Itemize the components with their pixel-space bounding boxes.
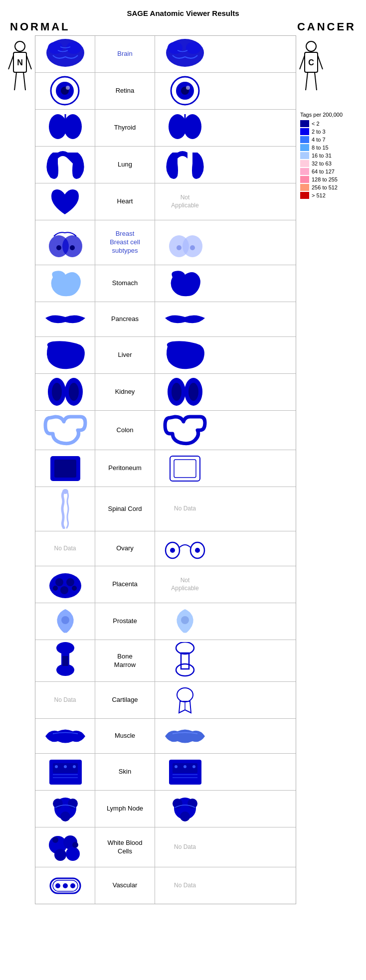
svg-point-12 [186, 42, 201, 54]
normal-cell[interactable] [35, 450, 95, 487]
cancer-cell[interactable] [155, 531, 215, 566]
organ-label[interactable]: Ovary [116, 544, 134, 553]
organ-label[interactable]: Spinal Cord [108, 505, 142, 513]
normal-cell[interactable]: No Data [35, 682, 95, 718]
organ-label[interactable]: Stomach [112, 279, 138, 288]
svg-rect-23 [60, 123, 70, 127]
cancer-cell[interactable] [155, 302, 215, 336]
table-row: Muscle [35, 719, 296, 754]
organ-label[interactable]: Peritoneum [108, 464, 141, 473]
cancer-cell[interactable] [155, 450, 215, 487]
cancer-cell[interactable] [155, 411, 215, 450]
organ-label[interactable]: Prostate [113, 617, 137, 626]
label-cell: Placenta [95, 566, 155, 603]
cancer-cell[interactable] [155, 754, 215, 790]
cancer-cell[interactable]: NotApplicable [155, 183, 215, 220]
liver-cancer-icon [163, 339, 207, 371]
cancer-cell[interactable]: NotApplicable [155, 566, 215, 603]
organ-label[interactable]: Breast Breast cell subtypes [110, 230, 140, 255]
svg-point-88 [60, 812, 70, 821]
normal-cell[interactable] [35, 791, 95, 827]
svg-point-90 [173, 799, 183, 809]
cancer-cell[interactable]: No Data [155, 867, 215, 904]
cancer-cell[interactable]: No Data [155, 827, 215, 867]
normal-cell[interactable] [35, 265, 95, 302]
normal-cell[interactable] [35, 566, 95, 603]
cancer-cell[interactable] [155, 640, 215, 681]
organ-label[interactable]: White Blood Cells [107, 839, 142, 856]
organ-label[interactable]: Kidney [115, 388, 135, 396]
normal-cell[interactable] [35, 603, 95, 640]
svg-point-77 [73, 765, 76, 768]
organ-label[interactable]: Retina [116, 87, 135, 95]
normal-cell[interactable] [35, 36, 95, 72]
table-row: Thyroid [35, 110, 296, 147]
normal-cell[interactable] [35, 827, 95, 867]
organ-label[interactable]: Brain [117, 50, 132, 58]
cartilage-cancer-icon [170, 684, 200, 716]
organ-label[interactable]: Liver [118, 351, 132, 359]
cancer-cell[interactable] [155, 265, 215, 302]
legend-color-swatch [300, 152, 309, 159]
cancer-cell[interactable] [155, 110, 215, 146]
cancer-cell[interactable] [155, 337, 215, 373]
organ-label[interactable]: Colon [117, 426, 134, 435]
cancer-cell[interactable] [155, 374, 215, 410]
normal-cell[interactable] [35, 411, 95, 450]
organ-label[interactable]: Muscle [115, 732, 135, 740]
normal-cell[interactable]: No Data [35, 531, 95, 566]
organ-label[interactable]: Skin [119, 768, 131, 776]
normal-cell[interactable] [35, 640, 95, 681]
normal-cell[interactable] [35, 183, 95, 220]
cancer-cell[interactable] [155, 603, 215, 640]
thyroid-cancer-icon [165, 112, 205, 144]
normal-cell[interactable] [35, 374, 95, 410]
cancer-cell[interactable]: No Data [155, 487, 215, 531]
organ-label[interactable]: Pancreas [111, 315, 139, 324]
cancer-cell[interactable] [155, 147, 215, 183]
organ-label[interactable]: Lung [118, 161, 132, 169]
cancer-cell[interactable] [155, 220, 215, 265]
organ-label[interactable]: Placenta [112, 580, 138, 589]
organ-label[interactable]: Thyroid [114, 124, 136, 132]
label-cell: Ovary [95, 531, 155, 566]
cancer-cell[interactable] [155, 682, 215, 718]
organ-label[interactable]: Lymph Node [107, 805, 143, 813]
normal-cell[interactable] [35, 867, 95, 904]
normal-cell[interactable] [35, 110, 95, 146]
legend-item: 2 to 3 [300, 128, 357, 135]
table-row: Brain [35, 36, 296, 73]
organ-label[interactable]: Vascular [113, 881, 138, 890]
normal-cell[interactable] [35, 147, 95, 183]
organ-label[interactable]: Heart [117, 197, 133, 206]
cancer-cell[interactable] [155, 36, 215, 72]
svg-point-53 [195, 548, 200, 553]
table-row: No Data Ovary [35, 531, 296, 566]
prostate-cancer-icon [170, 605, 200, 638]
svg-point-32 [70, 245, 75, 250]
normal-cell[interactable] [35, 487, 95, 531]
cancer-cell[interactable] [155, 73, 215, 109]
liver-normal-icon [43, 339, 88, 371]
svg-point-96 [54, 849, 66, 861]
svg-point-58 [53, 586, 58, 591]
legend-item: 64 to 127 [300, 168, 357, 175]
svg-point-101 [63, 883, 68, 888]
normal-cell[interactable] [35, 754, 95, 790]
organ-label[interactable]: Cartilage [112, 696, 138, 704]
svg-point-40 [69, 383, 79, 401]
normal-cell[interactable] [35, 719, 95, 753]
organ-label[interactable]: Bone Marrow [114, 653, 136, 669]
svg-point-95 [66, 847, 80, 861]
normal-cell[interactable] [35, 73, 95, 109]
legend-color-swatch [300, 176, 309, 183]
svg-point-36 [190, 245, 195, 250]
normal-cell[interactable] [35, 220, 95, 265]
label-cell: Breast Breast cell subtypes [95, 220, 155, 265]
cancer-cell[interactable] [155, 719, 215, 753]
cancer-cell[interactable] [155, 791, 215, 827]
normal-cell[interactable] [35, 302, 95, 336]
normal-cell[interactable] [35, 337, 95, 373]
no-data-label: No Data [174, 843, 196, 851]
lung-normal-icon [43, 149, 88, 181]
